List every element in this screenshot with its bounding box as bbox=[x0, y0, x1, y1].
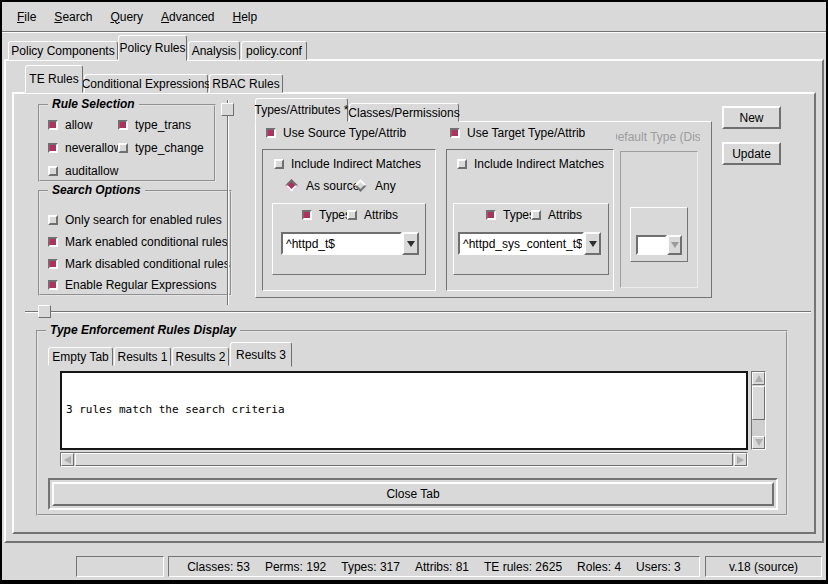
checkbox-indicator bbox=[48, 259, 58, 269]
arrow-up-icon bbox=[755, 375, 763, 382]
target-type-combobox: ^httpd_sys_content_t$ bbox=[458, 232, 601, 255]
checkbox-indicator bbox=[274, 159, 284, 169]
apol-window: File Search Query Advanced Help Policy C… bbox=[0, 0, 828, 584]
checkbox-indicator bbox=[118, 120, 128, 130]
checkbox-label: allow bbox=[65, 118, 92, 132]
target-type-entry[interactable]: ^httpd_sys_content_t$ bbox=[458, 232, 584, 255]
new-button[interactable]: New bbox=[722, 106, 781, 129]
radio-any[interactable]: Any bbox=[353, 179, 396, 192]
source-type-dropdown-button[interactable] bbox=[402, 232, 419, 255]
tab-empty[interactable]: Empty Tab bbox=[48, 347, 113, 366]
tab-results-2[interactable]: Results 2 bbox=[172, 347, 229, 366]
checkbox-target-types[interactable]: Types bbox=[486, 208, 535, 221]
tab-classes-permissions[interactable]: Classes/Permissions bbox=[349, 103, 459, 122]
tab-conditional-expressions[interactable]: Conditional Expressions bbox=[84, 74, 208, 93]
checkbox-mark-enabled[interactable]: Mark enabled conditional rules bbox=[48, 235, 228, 248]
results-text[interactable]: 3 rules match the search criteria (5822)… bbox=[60, 371, 748, 450]
default-type-entry bbox=[636, 235, 667, 255]
policy-version: v.18 (source) bbox=[729, 560, 798, 574]
checkbox-use-target[interactable]: Use Target Type/Attrib bbox=[450, 126, 585, 139]
menu-query[interactable]: Query bbox=[107, 9, 146, 25]
checkbox-label: Attribs bbox=[548, 208, 582, 222]
hscrollbar-thumb[interactable] bbox=[75, 453, 733, 466]
source-type-combobox: ^httpd_t$ bbox=[281, 232, 419, 255]
dropdown-arrow-icon bbox=[407, 241, 415, 247]
checkbox-label: neverallow bbox=[65, 141, 122, 155]
checkbox-label: type_change bbox=[135, 141, 204, 155]
stat-types: Types: 317 bbox=[341, 560, 400, 574]
tab-policy-rules[interactable]: Policy Rules bbox=[118, 35, 187, 61]
vertical-sash-handle[interactable] bbox=[221, 103, 234, 116]
checkbox-indicator bbox=[48, 143, 58, 153]
tab-types-attributes[interactable]: Types/Attributes * bbox=[255, 98, 348, 122]
scroll-up-button[interactable] bbox=[752, 372, 765, 385]
blank-line bbox=[66, 445, 742, 450]
radio-indicator bbox=[354, 179, 367, 192]
checkbox-indicator bbox=[118, 143, 128, 153]
checkbox-allow[interactable]: allow bbox=[48, 118, 92, 131]
results-hscrollbar bbox=[60, 452, 748, 467]
scroll-down-button[interactable] bbox=[752, 436, 765, 449]
checkbox-label: Enable Regular Expressions bbox=[65, 278, 216, 292]
vscrollbar-thumb[interactable] bbox=[752, 386, 765, 420]
tab-policy-conf[interactable]: policy.conf bbox=[241, 41, 307, 60]
checkbox-label: Only search for enabled rules bbox=[65, 213, 222, 227]
checkbox-source-attribs[interactable]: Attribs bbox=[347, 208, 398, 221]
scroll-right-button[interactable] bbox=[734, 453, 747, 466]
checkbox-label: Include Indirect Matches bbox=[291, 157, 421, 171]
default-type-combobox bbox=[636, 235, 682, 255]
checkbox-label: Mark enabled conditional rules bbox=[65, 235, 228, 249]
source-type-entry[interactable]: ^httpd_t$ bbox=[281, 232, 402, 255]
update-button[interactable]: Update bbox=[722, 142, 781, 165]
default-type-label: Default Type (Disabled) bbox=[616, 130, 700, 144]
checkbox-target-attribs[interactable]: Attribs bbox=[531, 208, 582, 221]
stat-perms: Perms: 192 bbox=[265, 560, 326, 574]
new-button-label: New bbox=[739, 111, 763, 125]
tab-results-3[interactable]: Results 3 bbox=[230, 342, 292, 367]
checkbox-type-trans[interactable]: type_trans bbox=[118, 118, 191, 131]
status-panel-left bbox=[76, 556, 164, 577]
tab-analysis[interactable]: Analysis bbox=[188, 41, 240, 60]
target-type-dropdown-button[interactable] bbox=[584, 232, 601, 255]
horizontal-sash-handle[interactable] bbox=[38, 305, 51, 318]
checkbox-indicator bbox=[531, 210, 541, 220]
checkbox-only-enabled[interactable]: Only search for enabled rules bbox=[48, 213, 222, 226]
checkbox-source-types[interactable]: Types bbox=[302, 208, 351, 221]
tab-te-rules[interactable]: TE Rules bbox=[25, 65, 83, 93]
menu-advanced[interactable]: Advanced bbox=[158, 9, 217, 25]
checkbox-indicator bbox=[48, 215, 58, 225]
tab-policy-components[interactable]: Policy Components bbox=[8, 41, 118, 60]
checkbox-auditallow[interactable]: auditallow bbox=[48, 164, 118, 177]
stat-users: Users: 3 bbox=[636, 560, 681, 574]
checkbox-target-indirect[interactable]: Include Indirect Matches bbox=[457, 157, 604, 170]
tab-rbac-rules[interactable]: RBAC Rules bbox=[209, 74, 283, 93]
checkbox-mark-disabled[interactable]: Mark disabled conditional rules bbox=[48, 257, 230, 270]
arrow-left-icon bbox=[64, 456, 71, 464]
checkbox-label: Use Source Type/Attrib bbox=[283, 126, 406, 140]
checkbox-indicator bbox=[302, 210, 312, 220]
arrow-down-icon bbox=[755, 439, 763, 446]
vertical-sash bbox=[227, 100, 228, 305]
scroll-left-button[interactable] bbox=[61, 453, 74, 466]
checkbox-indicator bbox=[486, 210, 496, 220]
menu-help[interactable]: Help bbox=[229, 9, 260, 25]
checkbox-use-source[interactable]: Use Source Type/Attrib bbox=[266, 126, 406, 139]
checkbox-type-change[interactable]: type_change bbox=[118, 141, 204, 154]
default-type-label-clip: Default Type (Disabled) bbox=[616, 130, 700, 145]
checkbox-indicator bbox=[450, 128, 460, 138]
checkbox-regex[interactable]: Enable Regular Expressions bbox=[48, 278, 216, 291]
close-tab-button[interactable]: Close Tab bbox=[52, 482, 774, 506]
radio-as-source[interactable]: As source bbox=[284, 179, 359, 192]
stat-attribs: Attribs: 81 bbox=[415, 560, 469, 574]
checkbox-label: Mark disabled conditional rules bbox=[65, 257, 230, 271]
checkbox-source-indirect[interactable]: Include Indirect Matches bbox=[274, 157, 421, 170]
tab-results-1[interactable]: Results 1 bbox=[114, 347, 171, 366]
menu-file[interactable]: File bbox=[14, 9, 39, 25]
radio-label: Any bbox=[375, 179, 396, 193]
checkbox-label: type_trans bbox=[135, 118, 191, 132]
checkbox-indicator bbox=[457, 159, 467, 169]
checkbox-neverallow[interactable]: neverallow bbox=[48, 141, 122, 154]
dropdown-arrow-icon bbox=[671, 242, 679, 248]
menu-search[interactable]: Search bbox=[51, 9, 95, 25]
policy-stats: Classes: 53 Perms: 192 Types: 317 Attrib… bbox=[187, 560, 681, 574]
